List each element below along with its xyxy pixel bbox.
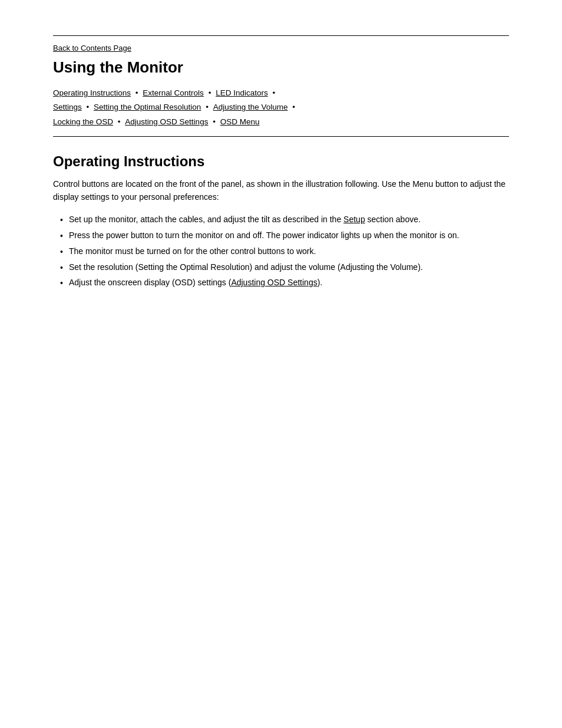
- list-item-text: Set the resolution (Setting the Optimal …: [69, 261, 423, 275]
- bullet-6: •: [292, 103, 295, 111]
- bullet-1: •: [135, 88, 140, 97]
- list-item: Adjust the onscreen display (OSD) settin…: [60, 276, 509, 291]
- bullet-3: •: [272, 88, 275, 97]
- setup-link[interactable]: Setup: [343, 215, 365, 224]
- list-item: Set the resolution (Setting the Optimal …: [60, 261, 509, 275]
- back-link-section: Back to Contents Page: [53, 43, 509, 52]
- nav-link-operating-instructions[interactable]: Operating Instructions: [53, 88, 131, 97]
- list-item: Set up the monitor, attach the cables, a…: [60, 213, 509, 228]
- intro-paragraph: Control buttons are located on the front…: [53, 178, 509, 203]
- bullet-5: •: [206, 103, 210, 111]
- bullet-list: Set up the monitor, attach the cables, a…: [60, 213, 509, 291]
- nav-link-osd-menu[interactable]: OSD Menu: [220, 117, 260, 126]
- top-rule: [53, 35, 509, 36]
- page-container: Back to Contents Page Using the Monitor …: [0, 35, 562, 291]
- nav-link-adjusting-volume[interactable]: Adjusting the Volume: [213, 103, 288, 111]
- bullet-4: •: [87, 103, 91, 111]
- nav-link-external-controls[interactable]: External Controls: [143, 88, 204, 97]
- list-item-text: Set up the monitor, attach the cables, a…: [69, 213, 421, 227]
- bullet-2: •: [209, 88, 213, 97]
- list-item-text: The monitor must be turned on for the ot…: [69, 245, 316, 259]
- nav-link-settings[interactable]: Settings: [53, 103, 82, 111]
- bullet-7: •: [118, 117, 123, 126]
- list-item-text: Adjust the onscreen display (OSD) settin…: [69, 276, 322, 290]
- page-title: Using the Monitor: [53, 58, 509, 77]
- nav-link-optimal-resolution[interactable]: Setting the Optimal Resolution: [94, 103, 201, 111]
- bullet-8: •: [213, 117, 217, 126]
- nav-link-locking-osd[interactable]: Locking the OSD: [53, 117, 113, 126]
- back-to-contents-link[interactable]: Back to Contents Page: [53, 44, 131, 52]
- nav-links: Operating Instructions • External Contro…: [53, 86, 509, 129]
- list-item-text: Press the power button to turn the monit…: [69, 229, 459, 243]
- nav-link-adjusting-osd[interactable]: Adjusting OSD Settings: [125, 117, 208, 126]
- bottom-rule: [53, 136, 509, 137]
- list-item: Press the power button to turn the monit…: [60, 229, 509, 243]
- section-title: Operating Instructions: [53, 153, 509, 170]
- adjusting-osd-link[interactable]: Adjusting OSD Settings: [231, 278, 317, 287]
- nav-link-led-indicators[interactable]: LED Indicators: [216, 88, 268, 97]
- list-item: The monitor must be turned on for the ot…: [60, 245, 509, 259]
